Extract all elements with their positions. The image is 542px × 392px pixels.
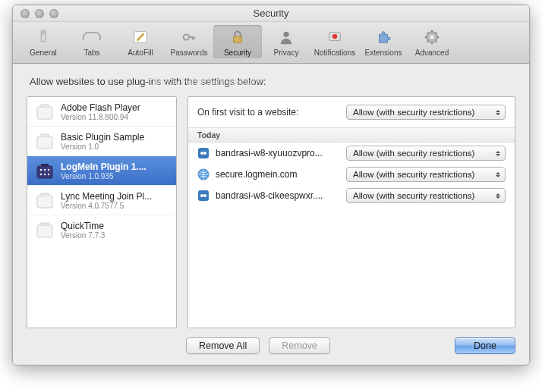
zoom-window-icon[interactable] [49,9,58,18]
svg-point-26 [200,194,203,197]
svg-point-13 [40,169,42,171]
svg-point-15 [48,169,49,171]
plugin-name: LogMeIn Plugin 1.... [61,162,147,172]
plugin-version: Version 4.0.7577.5 [61,202,152,210]
titlebar[interactable]: Security [13,5,529,22]
plugin-generic-icon [35,190,55,210]
site-row[interactable]: secure.logmein.com Allow (with security … [188,164,515,185]
svg-rect-4 [234,36,242,42]
plugin-row[interactable]: Basic Plugin Sample Version 1.0 [27,127,176,156]
pencil-icon [130,28,151,46]
first-visit-popup[interactable]: Allow (with security restrictions) [346,105,506,120]
site-permission-popup[interactable]: Allow (with security restrictions) [346,146,506,161]
svg-point-7 [332,34,337,39]
tab-label: Advanced [408,49,456,57]
plugin-version: Version 11.8.800.94 [61,113,140,121]
popup-value: Allow (with security restrictions) [353,108,474,117]
svg-rect-19 [37,196,52,208]
plugin-name: Basic Plugin Sample [61,132,144,143]
tab-advanced[interactable]: Advanced [408,25,456,58]
plugin-version: Version 7.7.3 [61,231,105,240]
svg-point-5 [283,32,288,37]
svg-rect-11 [37,136,52,149]
first-visit-label: On first visit to a website: [197,107,298,118]
svg-point-27 [203,194,206,197]
tab-label: Extensions [359,49,408,57]
section-header: Today [188,128,515,143]
popup-value: Allow (with security restrictions) [353,191,474,200]
done-button[interactable]: Done [455,337,515,354]
svg-rect-1 [43,31,45,35]
footer: Remove All Remove Done [27,328,515,354]
site-row[interactable]: bandrasi-w8-cikeespwxr.... Allow (with s… [188,185,515,206]
key-icon [178,28,200,46]
svg-rect-10 [37,107,52,119]
tab-autofill[interactable]: AutoFill [116,25,165,58]
plugin-list: Adobe Flash Player Version 11.8.800.94 B… [27,96,177,328]
tab-label: General [19,49,68,57]
ghost-text: ting a fraudulent website [154,76,261,87]
plugin-name: Adobe Flash Player [61,102,140,113]
svg-point-23 [203,152,206,155]
puzzle-icon [373,28,394,46]
content-area: Allow websites to use plug-ins with the … [13,64,529,365]
preferences-toolbar: General Tabs AutoFill Passwords Security [13,22,529,64]
person-icon [276,28,297,46]
favicon-blue-icon [197,190,210,202]
tab-passwords[interactable]: Passwords [165,25,213,58]
tab-label: Privacy [262,49,310,57]
stepper-arrows-icon [494,191,502,200]
plugin-logmein-icon [35,161,55,180]
detail-pane: On first visit to a website: Allow (with… [187,96,515,328]
plugin-row[interactable]: QuickTime Version 7.7.3 [27,215,176,244]
svg-rect-20 [37,225,52,237]
svg-point-22 [200,152,203,155]
plugin-row[interactable]: Adobe Flash Player Version 11.8.800.94 [27,97,176,127]
favicon-blue-icon [197,147,210,159]
popup-value: Allow (with security restrictions) [353,149,474,158]
site-name: bandrasi-w8-cikeespwxr.... [216,190,340,201]
plugin-name: Lync Meeting Join Pl... [61,191,152,202]
instruction-text: Allow websites to use plug-ins with the … [30,76,515,87]
svg-point-17 [44,174,46,175]
minimize-window-icon[interactable] [35,9,44,18]
tab-security[interactable]: Security [213,25,262,58]
plugin-row[interactable]: Lync Meeting Join Pl... Version 4.0.7577… [27,186,176,215]
popup-value: Allow (with security restrictions) [353,170,474,179]
traffic-lights [13,9,58,18]
tab-notifications[interactable]: Notifications [310,25,359,58]
site-row[interactable]: bandrasi-w8-xyuuozvpro... Allow (with se… [188,143,515,164]
tab-tabs[interactable]: Tabs [68,25,116,58]
notification-icon [324,28,345,46]
plugin-version: Version 1.0.935 [61,172,147,180]
gear-icon [421,28,443,46]
svg-point-16 [40,174,42,175]
remove-all-button[interactable]: Remove All [186,337,260,354]
site-name: secure.logmein.com [216,169,340,180]
plugin-row-selected[interactable]: LogMeIn Plugin 1.... Version 1.0.935 [27,156,176,186]
stepper-arrows-icon [494,170,502,179]
plugin-name: QuickTime [61,221,105,231]
site-permission-popup[interactable]: Allow (with security restrictions) [346,167,506,182]
plugin-generic-icon [35,220,55,240]
switch-icon [33,28,54,46]
plugin-version: Version 1.0 [61,143,144,151]
stepper-arrows-icon [494,108,502,117]
close-window-icon[interactable] [20,9,30,18]
tab-extensions[interactable]: Extensions [359,25,408,58]
svg-point-9 [430,35,434,39]
site-permission-popup[interactable]: Allow (with security restrictions) [346,188,506,203]
tab-label: AutoFill [116,49,165,57]
tab-label: Tabs [68,49,116,57]
remove-button[interactable]: Remove [269,337,330,354]
site-name: bandrasi-w8-xyuuozvpro... [216,148,340,158]
svg-point-18 [48,174,49,175]
favicon-globe-icon [197,168,210,180]
window-title: Security [13,8,529,19]
lock-icon [227,28,248,46]
tab-general[interactable]: General [19,25,68,58]
svg-point-3 [184,34,189,39]
plugin-generic-icon [35,131,55,151]
svg-rect-12 [37,166,52,178]
tab-privacy[interactable]: Privacy [262,25,310,58]
